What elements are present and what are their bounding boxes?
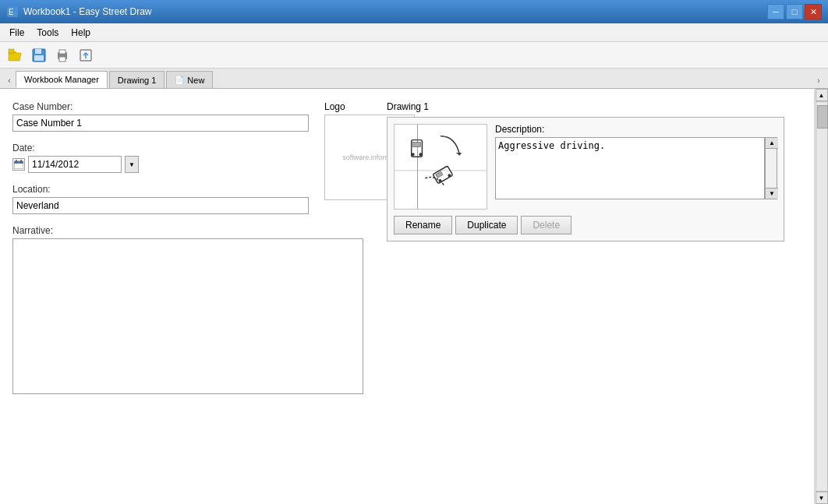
svg-text:E: E bbox=[9, 8, 14, 16]
window-title: Workbook1 - Easy Street Draw bbox=[23, 6, 152, 17]
close-button[interactable]: ✕ bbox=[805, 4, 822, 19]
desc-textarea-wrapper: ▲ ▼ bbox=[495, 137, 777, 199]
top-row: Case Number: Date: bbox=[12, 101, 363, 225]
print-button[interactable] bbox=[51, 45, 73, 65]
drawing-desc-area: Description: ▲ ▼ bbox=[495, 124, 777, 210]
tab-drawing1[interactable]: Drawing 1 bbox=[109, 71, 165, 88]
case-number-label: Case Number: bbox=[12, 101, 309, 112]
drawing-buttons: Rename Duplicate Delete bbox=[394, 216, 777, 234]
content-area: Case Number: Date: bbox=[0, 89, 814, 504]
desc-scrollbar: ▲ ▼ bbox=[765, 137, 777, 199]
drawing-panel: Description: ▲ ▼ bbox=[387, 117, 784, 241]
location-label: Location: bbox=[12, 184, 309, 195]
drawing-title: Drawing 1 bbox=[387, 101, 784, 112]
drawing-section: Drawing 1 bbox=[379, 101, 784, 407]
case-number-group: Case Number: Date: bbox=[12, 101, 309, 225]
narrative-input[interactable] bbox=[12, 238, 363, 394]
app-icon: E bbox=[6, 5, 19, 18]
svg-rect-9 bbox=[59, 57, 65, 62]
title-bar: E Workbook1 - Easy Street Draw ─ □ ✕ bbox=[0, 0, 828, 23]
form-left: Case Number: Date: bbox=[12, 101, 363, 407]
export-button[interactable] bbox=[75, 45, 97, 65]
scroll-down-button[interactable]: ▼ bbox=[816, 492, 828, 504]
main-area: Case Number: Date: bbox=[0, 89, 828, 504]
tab-workbook-manager-label: Workbook Manager bbox=[24, 75, 99, 84]
save-icon bbox=[32, 48, 46, 62]
menu-file[interactable]: File bbox=[3, 26, 30, 40]
date-dropdown-button[interactable]: ▼ bbox=[125, 156, 139, 173]
rename-button[interactable]: Rename bbox=[394, 216, 452, 234]
print-icon bbox=[55, 48, 69, 62]
toolbar bbox=[0, 42, 828, 69]
scroll-track[interactable] bbox=[816, 101, 828, 492]
menu-bar: File Tools Help bbox=[0, 23, 828, 42]
right-scrollbar: ▲ ▼ bbox=[814, 89, 828, 504]
maximize-button[interactable]: □ bbox=[786, 4, 803, 19]
tab-new[interactable]: 📄 New bbox=[166, 71, 213, 88]
drawing-inner: Description: ▲ ▼ bbox=[394, 124, 777, 210]
menu-tools[interactable]: Tools bbox=[30, 26, 65, 40]
svg-rect-5 bbox=[35, 49, 41, 54]
date-label: Date: bbox=[12, 143, 309, 153]
workbook-form: Case Number: Date: bbox=[12, 101, 801, 407]
tab-scroll-left[interactable]: ‹ bbox=[3, 72, 16, 88]
desc-scroll-down[interactable]: ▼ bbox=[766, 188, 778, 199]
desc-scroll-up[interactable]: ▲ bbox=[766, 138, 778, 149]
date-input[interactable] bbox=[28, 156, 122, 173]
export-icon bbox=[79, 48, 93, 62]
save-button[interactable] bbox=[28, 45, 50, 65]
tab-workbook-manager[interactable]: Workbook Manager bbox=[16, 71, 108, 88]
open-icon bbox=[8, 48, 23, 62]
minimize-button[interactable]: ─ bbox=[767, 4, 784, 19]
title-bar-left: E Workbook1 - Easy Street Draw bbox=[6, 5, 152, 18]
svg-rect-12 bbox=[14, 161, 23, 164]
open-button[interactable] bbox=[5, 45, 27, 65]
tab-scroll-right[interactable]: › bbox=[812, 72, 825, 88]
desc-scroll-track bbox=[766, 149, 777, 188]
svg-rect-3 bbox=[9, 49, 14, 53]
location-input[interactable] bbox=[12, 197, 309, 214]
description-input[interactable] bbox=[495, 137, 765, 199]
calendar-icon bbox=[12, 158, 25, 171]
svg-point-20 bbox=[419, 153, 423, 156]
narrative-label: Narrative: bbox=[12, 225, 363, 236]
case-number-field-group: Case Number: bbox=[12, 101, 309, 132]
new-tab-icon: 📄 bbox=[175, 76, 184, 84]
tab-new-label: New bbox=[187, 76, 204, 85]
svg-rect-6 bbox=[34, 55, 44, 61]
window-controls: ─ □ ✕ bbox=[767, 4, 822, 19]
case-number-input[interactable] bbox=[12, 115, 309, 132]
delete-button[interactable]: Delete bbox=[521, 216, 571, 234]
duplicate-button[interactable]: Duplicate bbox=[455, 216, 518, 234]
date-wrapper: ▼ bbox=[12, 156, 309, 173]
date-field-group: Date: bbox=[12, 143, 309, 173]
scroll-thumb[interactable] bbox=[817, 105, 828, 129]
drawing-svg bbox=[395, 125, 487, 209]
svg-rect-18 bbox=[413, 143, 421, 147]
tab-bar: ‹ Workbook Manager Drawing 1 📄 New › bbox=[0, 69, 828, 89]
svg-point-19 bbox=[412, 153, 415, 156]
tab-drawing1-label: Drawing 1 bbox=[118, 76, 157, 85]
location-field-group: Location: bbox=[12, 184, 309, 214]
menu-help[interactable]: Help bbox=[65, 26, 97, 40]
drawing-thumbnail bbox=[394, 124, 487, 210]
description-label: Description: bbox=[495, 124, 777, 135]
scroll-up-button[interactable]: ▲ bbox=[816, 89, 828, 101]
svg-rect-8 bbox=[59, 50, 65, 54]
narrative-field-group: Narrative: bbox=[12, 225, 363, 397]
